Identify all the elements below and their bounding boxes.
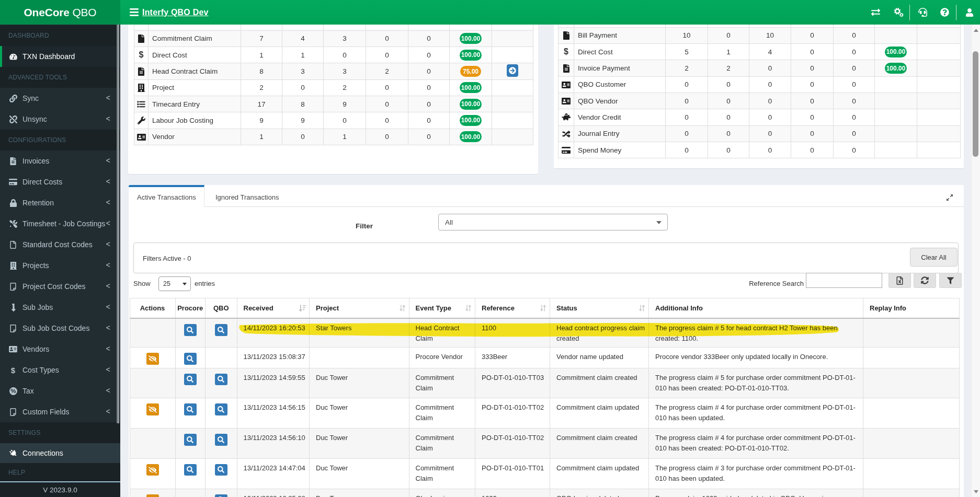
- svg-text:%: %: [10, 387, 16, 394]
